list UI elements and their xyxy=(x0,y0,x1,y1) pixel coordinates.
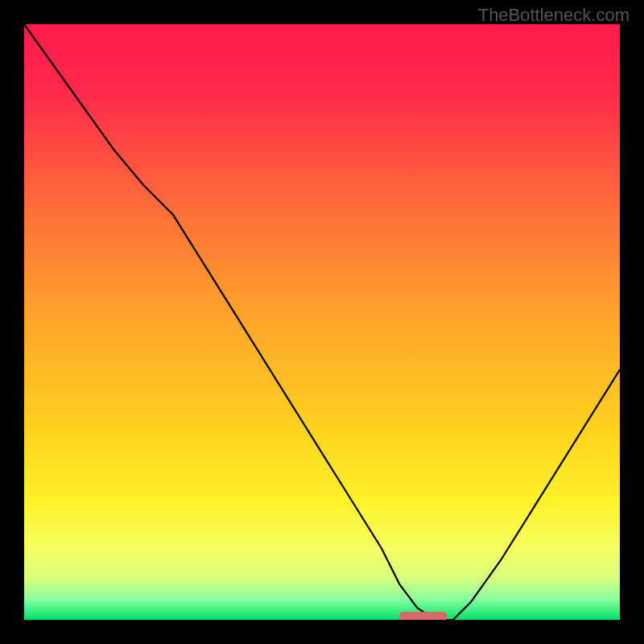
bottleneck-chart xyxy=(24,24,620,620)
gradient-background xyxy=(24,24,620,620)
optimal-marker xyxy=(399,612,447,620)
chart-svg xyxy=(24,24,620,620)
watermark-text: TheBottleneck.com xyxy=(478,5,630,26)
